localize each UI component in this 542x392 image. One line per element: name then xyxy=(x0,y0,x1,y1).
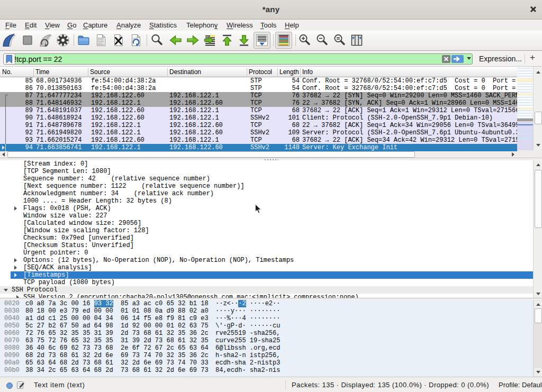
svg-text:0011: 0011 xyxy=(98,43,104,45)
